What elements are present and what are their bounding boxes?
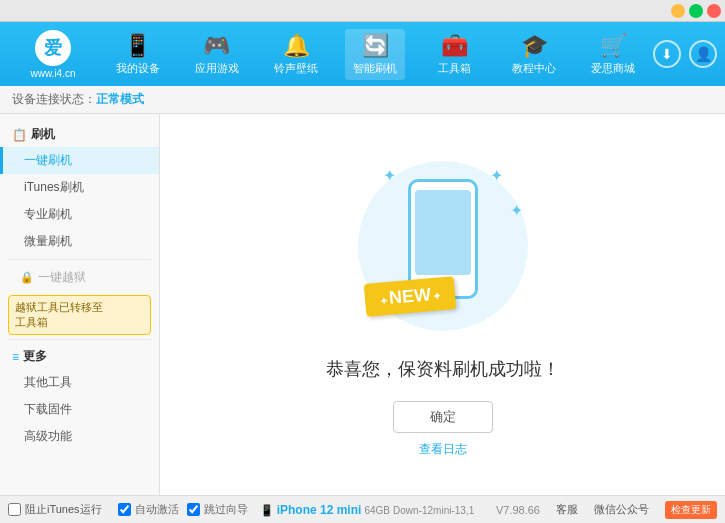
bottom-right-area: V7.98.66 客服 微信公众号 检查更新 xyxy=(496,501,717,519)
nav-my-device-label: 我的设备 xyxy=(116,61,160,76)
auto-activate-area: 自动激活 xyxy=(118,502,179,517)
nav-tutorials-label: 教程中心 xyxy=(512,61,556,76)
status-label: 设备连接状态： xyxy=(12,91,96,108)
sidebar-item-micro-flash[interactable]: 微量刷机 xyxy=(0,228,159,255)
device-storage-val: 64GB xyxy=(364,505,390,516)
flash-section-icon: 📋 xyxy=(12,128,27,142)
status-bar: 设备连接状态： 正常模式 xyxy=(0,86,725,114)
ringtones-icon: 🔔 xyxy=(283,33,310,59)
nav-store[interactable]: 🛒 爱思商城 xyxy=(583,29,643,80)
sidebar-item-advanced[interactable]: 高级功能 xyxy=(0,423,159,450)
lock-icon: 🔒 xyxy=(20,271,34,284)
bottom-bar: 阻止iTunes运行 自动激活 跳过向导 📱 iPhone 12 mini 64… xyxy=(0,495,725,523)
my-device-icon: 📱 xyxy=(124,33,151,59)
content-area: ✦ ✦ ✦ NEW 恭喜您，保资料刷机成功啦！ 确定 查看日志 xyxy=(160,114,725,495)
stop-itunes-area: 阻止iTunes运行 xyxy=(8,502,102,517)
maximize-button[interactable] xyxy=(689,4,703,18)
apps-games-icon: 🎮 xyxy=(203,33,230,59)
sidebar-item-one-key-flash[interactable]: 一键刷机 xyxy=(0,147,159,174)
nav-right-buttons: ⬇ 👤 xyxy=(653,40,717,68)
auto-activate-label: 自动激活 xyxy=(135,502,179,517)
nav-apps-games-label: 应用游戏 xyxy=(195,61,239,76)
stop-itunes-checkbox[interactable] xyxy=(8,503,21,516)
tutorials-icon: 🎓 xyxy=(521,33,548,59)
sidebar-divider-1 xyxy=(8,259,151,260)
auto-activate-checkbox[interactable] xyxy=(118,503,131,516)
nav-apps-games[interactable]: 🎮 应用游戏 xyxy=(187,29,247,80)
skip-wizard-checkbox[interactable] xyxy=(187,503,200,516)
toolbox-icon: 🧰 xyxy=(441,33,468,59)
top-navigation: 爱 www.i4.cn 📱 我的设备 🎮 应用游戏 🔔 铃声壁纸 🔄 智能刷机 … xyxy=(0,22,725,86)
titlebar xyxy=(0,0,725,22)
nav-smart-flash[interactable]: 🔄 智能刷机 xyxy=(345,29,405,80)
status-value: 正常模式 xyxy=(96,91,144,108)
logo-area: 爱 www.i4.cn xyxy=(8,30,98,79)
nav-smart-flash-label: 智能刷机 xyxy=(353,61,397,76)
minimize-button[interactable] xyxy=(671,4,685,18)
flash-section-title: 刷机 xyxy=(31,126,55,143)
skip-wizard-area: 跳过向导 xyxy=(187,502,248,517)
more-section-icon: ≡ xyxy=(12,350,19,364)
device-icon: 📱 xyxy=(260,504,274,516)
sidebar-item-itunes-flash[interactable]: iTunes刷机 xyxy=(0,174,159,201)
main-area: 📋 刷机 一键刷机 iTunes刷机 专业刷机 微量刷机 🔒 一键越狱 越狱工具… xyxy=(0,114,725,495)
confirm-button[interactable]: 确定 xyxy=(393,401,493,433)
sidebar-section-more: ≡ 更多 xyxy=(0,344,159,369)
sidebar-item-other-tools[interactable]: 其他工具 xyxy=(0,369,159,396)
nav-ringtones-label: 铃声壁纸 xyxy=(274,61,318,76)
sparkle-icon-2: ✦ xyxy=(490,166,503,185)
stop-itunes-label: 阻止iTunes运行 xyxy=(25,502,102,517)
store-icon: 🛒 xyxy=(600,33,627,59)
sidebar-item-pro-flash[interactable]: 专业刷机 xyxy=(0,201,159,228)
update-button[interactable]: 检查更新 xyxy=(665,501,717,519)
jailbreak-section-title: 一键越狱 xyxy=(38,269,86,286)
nav-toolbox[interactable]: 🧰 工具箱 xyxy=(425,29,485,80)
sparkle-icon-3: ✦ xyxy=(510,201,523,220)
nav-ringtones[interactable]: 🔔 铃声壁纸 xyxy=(266,29,326,80)
success-message: 恭喜您，保资料刷机成功啦！ xyxy=(326,357,560,381)
nav-items: 📱 我的设备 🎮 应用游戏 🔔 铃声壁纸 🔄 智能刷机 🧰 工具箱 🎓 教程中心… xyxy=(98,29,653,80)
user-button[interactable]: 👤 xyxy=(689,40,717,68)
version-label: V7.98.66 xyxy=(496,504,540,516)
nav-store-label: 爱思商城 xyxy=(591,61,635,76)
illus-phone-screen xyxy=(415,190,471,275)
sidebar-section-flash: 📋 刷机 xyxy=(0,122,159,147)
view-log-link[interactable]: 查看日志 xyxy=(419,441,467,458)
sidebar-jailbreak-warning: 越狱工具已转移至工具箱 xyxy=(8,295,151,335)
sidebar-divider-2 xyxy=(8,339,151,340)
more-section-title: 更多 xyxy=(23,348,47,365)
success-illustration: ✦ ✦ ✦ NEW xyxy=(353,151,533,341)
download-button[interactable]: ⬇ xyxy=(653,40,681,68)
wechat-link[interactable]: 微信公众号 xyxy=(594,502,649,517)
sidebar-section-jailbreak: 🔒 一键越狱 xyxy=(0,264,159,291)
device-info-area: 📱 iPhone 12 mini 64GB Down-12mini-13,1 xyxy=(260,503,475,517)
logo-icon: 爱 xyxy=(35,30,71,66)
logo-url: www.i4.cn xyxy=(30,68,75,79)
device-model-val: Down-12mini-13,1 xyxy=(393,505,474,516)
sidebar-item-download-firmware[interactable]: 下载固件 xyxy=(0,396,159,423)
nav-tutorials[interactable]: 🎓 教程中心 xyxy=(504,29,564,80)
device-name: iPhone 12 mini xyxy=(277,503,362,517)
sparkle-icon-1: ✦ xyxy=(383,166,396,185)
sidebar: 📋 刷机 一键刷机 iTunes刷机 专业刷机 微量刷机 🔒 一键越狱 越狱工具… xyxy=(0,114,160,495)
nav-toolbox-label: 工具箱 xyxy=(438,61,471,76)
support-link[interactable]: 客服 xyxy=(556,502,578,517)
smart-flash-icon: 🔄 xyxy=(362,33,389,59)
nav-my-device[interactable]: 📱 我的设备 xyxy=(108,29,168,80)
skip-wizard-label: 跳过向导 xyxy=(204,502,248,517)
close-button[interactable] xyxy=(707,4,721,18)
